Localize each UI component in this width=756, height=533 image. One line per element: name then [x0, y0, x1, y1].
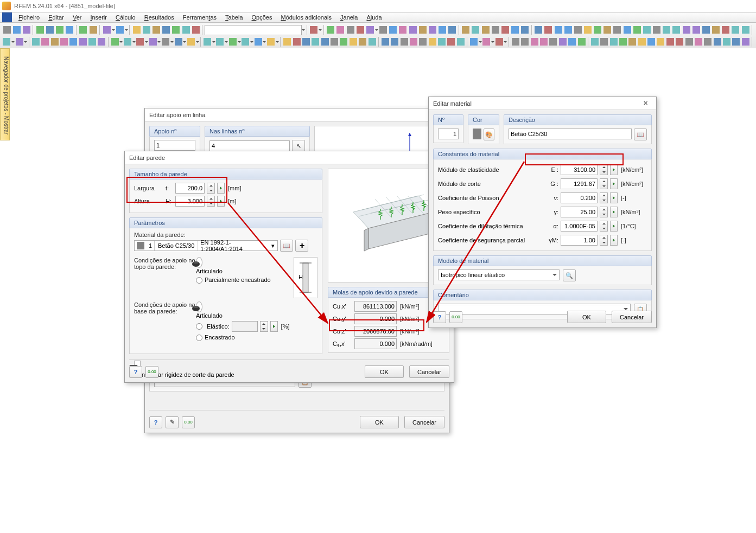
- gamma-go-button[interactable]: [610, 235, 618, 246]
- toolbar-button[interactable]: [732, 37, 740, 47]
- toolbar-button[interactable]: [50, 37, 59, 47]
- toolbar-button[interactable]: [46, 25, 55, 35]
- topo-parcial-radio[interactable]: [196, 277, 202, 284]
- toolbar-button[interactable]: [88, 37, 97, 47]
- toolbar-button[interactable]: [149, 37, 157, 47]
- toolbar-button[interactable]: [684, 37, 693, 47]
- toolbar-button[interactable]: [590, 37, 599, 47]
- toolbar-button[interactable]: [88, 25, 98, 35]
- toolbar-button[interactable]: [666, 37, 675, 47]
- toolbar-dropdown-icon[interactable]: [238, 37, 240, 47]
- toolbar-button[interactable]: [613, 25, 622, 35]
- toolbar-button[interactable]: [142, 25, 151, 35]
- toolbar-button[interactable]: [390, 37, 399, 47]
- toolbar-dropdown-icon[interactable]: [112, 25, 115, 35]
- g-spinner[interactable]: [600, 178, 608, 189]
- toolbar-button[interactable]: [409, 37, 418, 47]
- toolbar-button[interactable]: [642, 25, 651, 35]
- toolbar-button[interactable]: [349, 37, 358, 47]
- menu-ficheiro[interactable]: Ficheiro: [14, 13, 44, 22]
- toolbar-button[interactable]: [102, 25, 111, 35]
- toolbar-button[interactable]: [228, 37, 237, 47]
- toolbar-dropdown-icon[interactable]: [263, 37, 266, 47]
- toolbar-button[interactable]: [534, 25, 543, 35]
- library-button[interactable]: 📖: [634, 129, 647, 140]
- rho-input[interactable]: [561, 207, 598, 217]
- toolbar-dropdown-icon[interactable]: [479, 37, 481, 47]
- toolbar-dropdown-icon[interactable]: [376, 25, 378, 35]
- toolbar-button[interactable]: [358, 37, 367, 47]
- toolbar-button[interactable]: [311, 37, 320, 47]
- toolbar-button[interactable]: [520, 37, 529, 47]
- toolbar-button[interactable]: [136, 37, 144, 47]
- toolbar-button[interactable]: [321, 37, 329, 47]
- toolbar-button[interactable]: [539, 37, 548, 47]
- toolbar-button[interactable]: [292, 37, 301, 47]
- toolbar-button[interactable]: [711, 25, 720, 35]
- toolbar-button[interactable]: [152, 25, 161, 35]
- toolbar-button[interactable]: [367, 37, 376, 47]
- base-encastrado-radio[interactable]: [196, 335, 202, 341]
- toolbar-button[interactable]: [65, 25, 74, 35]
- toolbar-button[interactable]: [381, 37, 390, 47]
- descricao-input[interactable]: [509, 129, 632, 139]
- menu-ajuda[interactable]: Ajuda: [362, 13, 386, 22]
- menu-opcoes[interactable]: Opções: [247, 13, 277, 22]
- toolbar-button[interactable]: [471, 25, 480, 35]
- toolbar-button[interactable]: [115, 25, 124, 35]
- toolbar-button[interactable]: [162, 25, 171, 35]
- altura-input[interactable]: [175, 196, 205, 207]
- altura-spinner[interactable]: [207, 196, 215, 207]
- toolbar-button[interactable]: [79, 25, 88, 35]
- toolbar-button[interactable]: [694, 37, 703, 47]
- toolbar-button[interactable]: [713, 37, 722, 47]
- help-button[interactable]: ?: [149, 416, 162, 428]
- toolbar-button[interactable]: [628, 37, 637, 47]
- toolbar-button[interactable]: [346, 25, 355, 35]
- toolbar-button[interactable]: [302, 37, 310, 47]
- toolbar-button[interactable]: [408, 25, 417, 35]
- toolbar-dropdown-icon[interactable]: [11, 37, 14, 47]
- toolbar-button[interactable]: [741, 25, 750, 35]
- material-new-button[interactable]: ✚: [295, 240, 308, 252]
- toolbar-button[interactable]: [568, 37, 576, 47]
- toolbar-dropdown-icon[interactable]: [212, 37, 215, 47]
- toolbar-button[interactable]: [174, 37, 182, 47]
- color-swatch[interactable]: [473, 129, 481, 139]
- toolbar-button[interactable]: [549, 37, 557, 47]
- color-picker-button[interactable]: 🎨: [484, 129, 494, 140]
- toolbar-button[interactable]: [161, 37, 170, 47]
- toolbar-button[interactable]: [662, 25, 671, 35]
- g-go-button[interactable]: [610, 178, 618, 189]
- toolbar-button[interactable]: [682, 25, 691, 35]
- toolbar-button[interactable]: [181, 25, 190, 35]
- cancel-button[interactable]: Cancelar: [612, 311, 652, 323]
- units-button[interactable]: 0.00: [182, 416, 195, 428]
- toolbar-button[interactable]: [97, 37, 106, 47]
- close-button[interactable]: ✕: [639, 98, 652, 109]
- toolbar-dropdown-icon[interactable]: [120, 37, 123, 47]
- toolbar-button[interactable]: [530, 37, 539, 47]
- toolbar-button[interactable]: [701, 25, 710, 35]
- e-go-button[interactable]: [610, 164, 618, 175]
- toolbar-button[interactable]: [339, 37, 348, 47]
- toolbar-button[interactable]: [2, 25, 11, 35]
- toolbar-dropdown-icon[interactable]: [319, 25, 322, 35]
- toolbar-dropdown-icon[interactable]: [196, 37, 199, 47]
- toolbar-button[interactable]: [481, 25, 490, 35]
- alpha-go-button[interactable]: [610, 221, 618, 232]
- toolbar-button[interactable]: [123, 37, 132, 47]
- toolbar-button[interactable]: [428, 37, 436, 47]
- menu-ver[interactable]: Ver: [68, 13, 86, 22]
- toolbar-button[interactable]: [593, 25, 602, 35]
- pick-lines-button[interactable]: ↖: [292, 140, 305, 152]
- toolbar-button[interactable]: [418, 25, 427, 35]
- toolbar-dropdown-icon[interactable]: [158, 37, 161, 47]
- toolbar-button[interactable]: [215, 37, 224, 47]
- g-input[interactable]: [561, 178, 598, 189]
- toolbar-button[interactable]: [544, 25, 553, 35]
- toolbar-button[interactable]: [336, 25, 345, 35]
- menu-editar[interactable]: Editar: [44, 13, 68, 22]
- base-elastico-radio[interactable]: [196, 323, 202, 330]
- help-button[interactable]: ?: [433, 311, 446, 323]
